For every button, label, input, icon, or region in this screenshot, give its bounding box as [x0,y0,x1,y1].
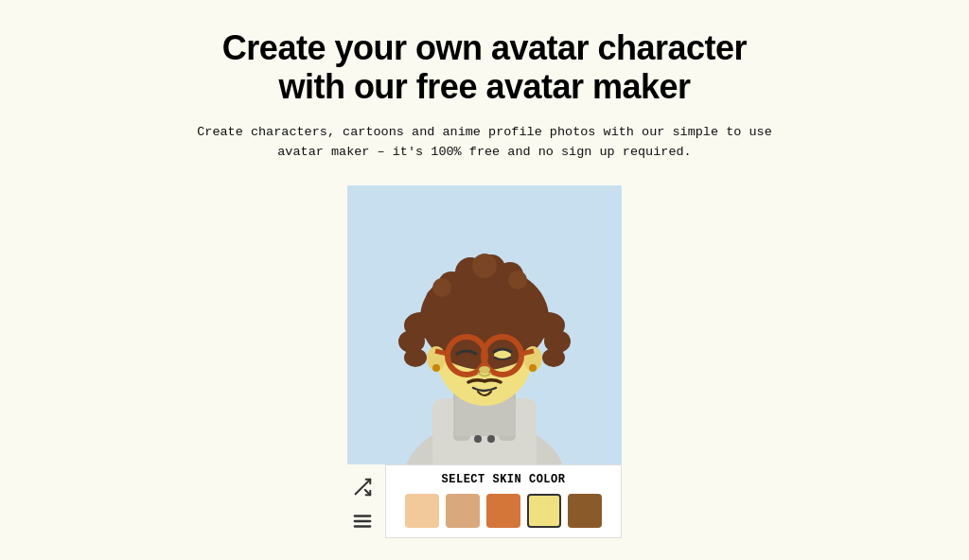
page-subtitle: Create characters, cartoons and anime pr… [177,122,792,163]
skin-swatch-skin-1[interactable] [405,494,439,528]
skin-swatch-skin-5[interactable] [568,494,602,528]
svg-point-16 [542,348,565,367]
controls-row: SELECT SKIN COLOR [347,464,622,544]
menu-button[interactable] [347,506,378,536]
svg-point-28 [432,364,440,372]
svg-point-29 [529,364,537,372]
svg-point-23 [432,278,451,297]
skin-swatch-skin-4[interactable] [527,494,561,528]
svg-point-7 [487,435,495,443]
avatar-section: SELECT SKIN COLOR [347,185,622,544]
svg-point-36 [479,366,490,374]
avatar-canvas [347,185,622,464]
svg-point-6 [474,435,482,443]
skin-swatch-skin-2[interactable] [446,494,480,528]
svg-point-13 [404,348,427,367]
svg-line-33 [435,351,448,354]
skin-color-label: SELECT SKIN COLOR [397,473,609,486]
icon-buttons-group [347,464,385,544]
skin-color-swatches [397,494,609,528]
svg-line-34 [521,351,534,354]
page-title: Create your own avatar character with ou… [222,28,747,107]
shuffle-button[interactable] [347,472,378,502]
svg-point-24 [472,254,497,278]
skin-color-panel: SELECT SKIN COLOR [385,464,622,538]
svg-point-25 [508,271,527,289]
skin-swatch-skin-3[interactable] [486,494,520,528]
